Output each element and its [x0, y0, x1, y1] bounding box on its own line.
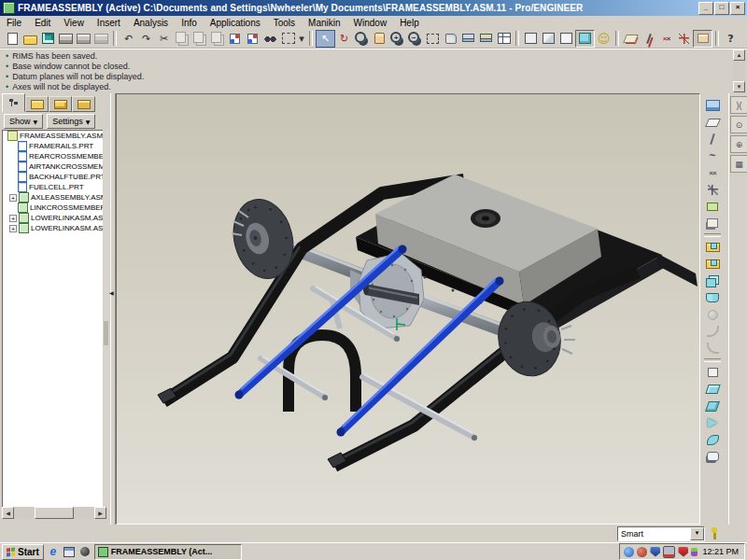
tab-connections[interactable] [72, 96, 95, 112]
menu-view[interactable]: View [57, 17, 91, 29]
context-help-icon[interactable]: ? [722, 31, 740, 47]
datum-plane-toggle-icon[interactable] [622, 31, 640, 47]
round-tool-icon[interactable] [703, 414, 723, 431]
scroll-right-icon[interactable]: ▶ [94, 507, 106, 519]
datum-curve-tool-icon[interactable]: ~ [703, 147, 723, 164]
close-button[interactable]: × [730, 2, 745, 15]
new-window-icon[interactable]: ⊕ [730, 135, 747, 153]
refit-icon[interactable] [353, 31, 371, 47]
csys-toggle-icon[interactable] [675, 31, 693, 47]
tree-row[interactable]: +LOWERLINKASM.ASM [3, 223, 103, 233]
tray-shield-icon[interactable] [650, 547, 660, 557]
custom-regenerate-icon[interactable] [244, 31, 261, 47]
chamfer-tool-icon[interactable] [703, 431, 723, 448]
menu-insert[interactable]: Insert [91, 17, 127, 29]
create-component-icon[interactable] [703, 256, 723, 273]
menu-applications[interactable]: Applications [204, 17, 267, 29]
sweep-tool-icon[interactable] [703, 323, 723, 340]
tree-row[interactable]: AIRTANKCROSSMEMBEI [3, 161, 103, 172]
no-hidden-icon[interactable] [557, 31, 575, 47]
copy-icon[interactable] [173, 31, 190, 47]
tree-row[interactable]: FRAMERAILS.PRT [3, 141, 103, 151]
start-button[interactable]: Start [2, 544, 44, 560]
print-icon[interactable] [57, 31, 75, 47]
saved-views-icon[interactable] [459, 31, 477, 47]
scroll-down-icon[interactable]: ▼ [733, 81, 745, 92]
shaded-icon[interactable] [575, 30, 595, 48]
tree-row[interactable]: +AXLEASSEMBLY.ASM [3, 192, 103, 203]
hidden-line-icon[interactable] [540, 31, 557, 47]
spin-center-icon[interactable]: ↻ [335, 31, 353, 47]
close-window-icon[interactable]: )( [730, 96, 747, 114]
regenerate-icon[interactable] [226, 31, 244, 47]
tab-folder-browser[interactable] [25, 96, 49, 112]
menu-tools[interactable]: Tools [267, 17, 302, 29]
activate-window-icon[interactable]: ⊙ [730, 116, 747, 133]
find-icon[interactable] [261, 31, 279, 47]
shell-tool-icon[interactable] [703, 381, 723, 398]
menu-manikin[interactable]: Manikin [302, 17, 346, 29]
maximize-button[interactable]: □ [714, 2, 729, 15]
datum-plane-tool-icon[interactable] [703, 114, 723, 131]
smiley-icon[interactable]: ☺ [595, 31, 613, 47]
select-arrow-icon[interactable]: ↖ [316, 30, 335, 48]
tree-row[interactable]: REARCROSSMEMBER.PI [3, 151, 103, 161]
wireframe-icon[interactable] [522, 31, 540, 47]
expand-icon[interactable]: + [9, 194, 17, 202]
selection-filter-dropdown[interactable]: Smart ▼ [617, 526, 705, 541]
tray-network-icon[interactable] [624, 547, 634, 557]
datum-point-tool-icon[interactable]: ×× [703, 164, 723, 181]
annotation-tool-icon[interactable] [703, 215, 723, 231]
assemble-component-icon[interactable] [703, 239, 723, 256]
menu-analysis[interactable]: Analysis [127, 17, 175, 29]
datum-point-toggle-icon[interactable]: ×× [657, 31, 675, 47]
layers-icon[interactable] [477, 31, 495, 47]
undo-icon[interactable]: ↶ [120, 31, 137, 47]
show-button[interactable]: Show▼ [4, 114, 43, 129]
draft-tool-icon[interactable] [703, 398, 723, 414]
tree-row[interactable]: +LOWERLINKASM.ASM [3, 213, 103, 223]
tree-row[interactable]: FUELCELL.PRT [3, 182, 103, 192]
style-tool-icon[interactable] [703, 448, 723, 465]
minimize-button[interactable]: _ [698, 2, 713, 15]
quick-launch-media-icon[interactable] [78, 545, 92, 558]
tab-model-tree[interactable] [2, 93, 25, 112]
zoom-fit-icon[interactable] [424, 31, 442, 47]
toolbar-overflow-icon[interactable]: ▾ [297, 31, 306, 47]
quick-launch-desktop-icon[interactable] [63, 545, 76, 558]
print-preview-icon[interactable] [75, 31, 92, 47]
tree-root-row[interactable]: FRAMEASSEMBLY.ASM [3, 131, 103, 141]
message-scrollbar[interactable]: ▲ ▼ [733, 49, 745, 92]
tray-display-icon[interactable] [663, 546, 675, 558]
extrude-tool-icon[interactable] [703, 273, 723, 289]
tray-status-icon[interactable] [691, 548, 698, 556]
datum-axis-toggle-icon[interactable] [640, 31, 657, 47]
zoom-in-icon[interactable]: + [388, 31, 406, 47]
view-manager-icon[interactable] [495, 31, 513, 47]
csys-tool-icon[interactable] [703, 181, 723, 198]
settings-button[interactable]: Settings▼ [47, 114, 95, 129]
menu-window[interactable]: Window [347, 17, 394, 29]
menu-edit[interactable]: Edit [28, 17, 57, 29]
sketch-tool-icon[interactable] [703, 97, 723, 114]
redo-icon[interactable]: ↷ [137, 31, 155, 47]
scroll-up-icon[interactable]: ▲ [733, 49, 745, 61]
revolve-tool-icon[interactable] [703, 306, 723, 323]
tree-row[interactable]: BACKHALFTUBE.PRT [3, 172, 103, 182]
datum-axis-tool-icon[interactable] [703, 131, 723, 147]
paste-special-icon[interactable] [208, 31, 226, 47]
open-file-icon[interactable] [21, 31, 39, 47]
taskbar-task-button[interactable]: FRAMEASSEMBLY (Act... [94, 544, 242, 560]
expand-icon[interactable]: + [9, 215, 17, 222]
menu-info[interactable]: Info [175, 17, 204, 29]
tree-vertical-scrollbar[interactable] [103, 130, 109, 511]
point-tool-icon[interactable] [703, 198, 723, 215]
tray-antivirus-icon[interactable] [678, 547, 688, 557]
menu-file[interactable]: File [0, 17, 28, 29]
scroll-left-icon[interactable]: ◀ [2, 507, 14, 519]
tab-favorites[interactable] [49, 96, 72, 112]
select-by-box-icon[interactable] [279, 31, 297, 47]
new-file-icon[interactable] [4, 31, 21, 47]
zoom-out-icon[interactable]: − [406, 31, 424, 47]
annotation-toggle-icon[interactable] [693, 30, 712, 48]
